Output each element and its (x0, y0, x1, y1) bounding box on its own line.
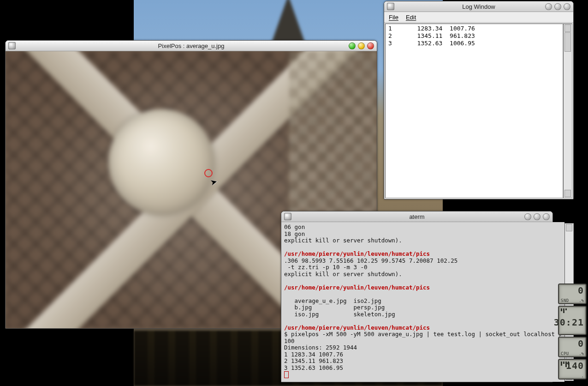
monitor-value: 30:21 (554, 317, 584, 328)
monitor-sub: .% (579, 351, 584, 356)
monitor-label: SND (561, 298, 569, 303)
window-controls (349, 42, 374, 49)
monitor-sub: . (582, 374, 584, 378)
minimize-icon[interactable] (524, 213, 531, 220)
log-text-area[interactable]: 1 1283.34 1007.76 2 1345.11 961.823 3 13… (385, 24, 563, 198)
minimize-icon[interactable] (349, 42, 356, 49)
maximize-icon[interactable] (358, 42, 365, 49)
minimize-icon[interactable] (545, 3, 552, 10)
log-menubar: File Edit (384, 12, 573, 23)
window-app-icon (284, 213, 291, 220)
aterm-title: aterm (281, 213, 552, 220)
maximize-icon[interactable] (534, 213, 540, 220)
monitor-value: 0 (578, 285, 584, 296)
log-window: Log Window File Edit 1 1283.34 1007.76 2… (384, 1, 574, 199)
window-controls (545, 3, 570, 10)
monitor-clock[interactable]: 30:21 (558, 306, 587, 335)
aterm-window: aterm 06 gon 18 gon explicit kill or ser… (281, 211, 553, 382)
close-icon[interactable] (564, 3, 570, 10)
scrollbar-thumb[interactable] (564, 32, 571, 52)
menu-file[interactable]: File (389, 14, 398, 21)
pixelpos-titlebar[interactable]: PixelPos : average_u.jpg (6, 41, 377, 51)
log-scrollbar[interactable] (563, 24, 572, 198)
pixelpos-title: PixelPos : average_u.jpg (6, 42, 377, 49)
window-controls (524, 213, 550, 220)
monitor-snd[interactable]: 0 SND .% (558, 283, 587, 304)
window-app-icon (8, 42, 16, 49)
menu-edit[interactable]: Edit (406, 14, 416, 21)
aterm-titlebar[interactable]: aterm (281, 211, 552, 222)
monitor-value: 0 (578, 338, 584, 349)
monitor-sub: .% (579, 298, 584, 303)
monitor-net[interactable]: 140 . (558, 359, 587, 380)
terminal-output[interactable]: 06 gon 18 gon explicit kill or server sh… (281, 222, 564, 382)
close-icon[interactable] (543, 213, 550, 220)
maximize-icon[interactable] (554, 3, 561, 10)
system-monitor-stack: 0 SND .% 30:21 0 CPU .% 140 . (558, 283, 587, 380)
monitor-value: 140 (566, 360, 584, 371)
close-icon[interactable] (367, 42, 374, 49)
pixel-marker-icon[interactable] (204, 169, 213, 177)
monitor-label: CPU (561, 351, 569, 356)
window-app-icon (387, 3, 394, 10)
monitor-cpu[interactable]: 0 CPU .% (558, 337, 587, 357)
log-titlebar[interactable]: Log Window (384, 1, 573, 12)
